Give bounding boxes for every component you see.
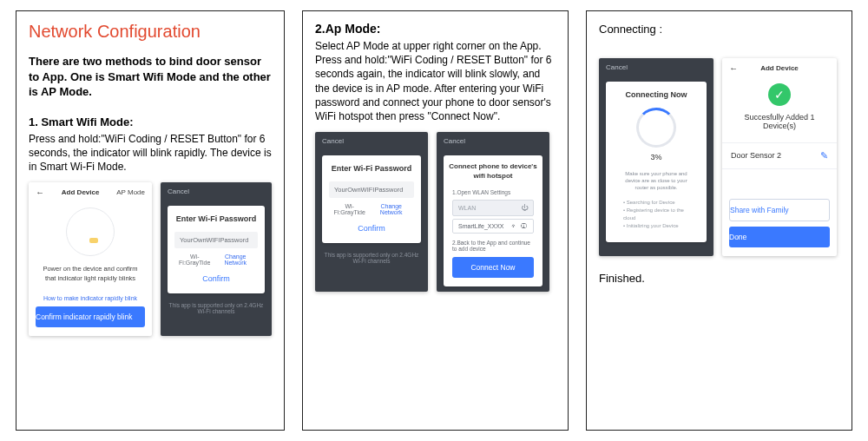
screen-title: Add Device: [760, 64, 799, 72]
cancel-link[interactable]: Cancel: [444, 137, 465, 145]
wifi-ssid-label: Wi-Fi:GrayTide: [175, 253, 214, 266]
intro-text: There are two methods to bind door senso…: [29, 54, 272, 100]
card-title: Connecting Now: [609, 90, 703, 99]
card-title: Enter Wi-Fi Password: [329, 164, 414, 173]
step1-label: 1.Open WLAN Settings: [447, 189, 539, 197]
screenshot-hotspot: Cancel Connect phone to device's wifi ho…: [437, 132, 549, 292]
screenshot-enter-password: Cancel Enter Wi-Fi Password YourOwnWIFIP…: [161, 182, 272, 336]
status-item: Searching for Device: [627, 200, 675, 205]
wlan-label: WLAN: [458, 205, 476, 211]
progress-spinner: [636, 108, 676, 148]
section-heading: Connecting :: [599, 22, 839, 37]
back-icon[interactable]: ←: [36, 188, 44, 197]
section-heading: 1. Smart Wifi Mode:: [29, 115, 272, 128]
panel-smart-wifi: Network Configuration There are two meth…: [16, 10, 285, 431]
done-button[interactable]: Done: [729, 227, 830, 247]
footnote: This app is supported only on 2.4GHz Wi-…: [161, 299, 272, 323]
hotspot-card: Connect phone to device's wifi hotspot 1…: [444, 155, 542, 286]
confirm-link[interactable]: Confirm: [174, 271, 258, 285]
screenshot-success: ← Add Device ✓ Succesfully Added 1 Devic…: [722, 58, 837, 256]
password-card: Enter Wi-Fi Password YourOwnWIFIPassword…: [168, 206, 265, 293]
page-title: Network Configuration: [29, 22, 272, 42]
card-title: Connect phone to device's wifi hotspot: [447, 162, 539, 181]
finished-label: Finished.: [599, 272, 839, 285]
share-button[interactable]: Share with Family: [729, 199, 830, 221]
device-name: Door Sensor 2: [731, 151, 781, 160]
section-body: Press and hold:"WiFi Coding / RESET Butt…: [29, 132, 272, 174]
success-message: Succesfully Added 1 Device(s): [722, 113, 837, 130]
progress-percent: 3%: [609, 153, 703, 161]
help-link[interactable]: How to make indicator rapidly blink: [29, 295, 152, 301]
card-title: Enter Wi-Fi Password: [174, 214, 258, 223]
toggle-icon: ⏻: [521, 204, 528, 212]
hotspot-ssid: SmartLife_XXXX: [458, 223, 504, 229]
success-check-icon: ✓: [768, 83, 791, 106]
screenshot-add-device: ← Add Device AP Mode Power on the device…: [29, 182, 152, 336]
change-network-link[interactable]: Change Network: [369, 203, 413, 215]
connecting-card: Connecting Now 3% Make sure your phone a…: [606, 82, 707, 242]
confirm-link[interactable]: Confirm: [329, 220, 414, 234]
back-icon[interactable]: ←: [729, 63, 738, 73]
edit-icon[interactable]: ✎: [820, 150, 828, 161]
panel-ap-mode: 2.Ap Mode: Select AP Mode at upper right…: [302, 10, 569, 431]
hotspot-row[interactable]: SmartLife_XXXX ᯤ ⓘ: [452, 219, 534, 234]
screenshot-enter-password-ap: Cancel Enter Wi-Fi Password YourOwnWIFIP…: [315, 132, 428, 292]
wifi-ssid-label: Wi-Fi:GrayTide: [330, 203, 369, 215]
wifi-password-input[interactable]: YourOwnWIFIPassword: [329, 181, 414, 198]
section-heading: 2.Ap Mode:: [315, 22, 556, 36]
cancel-link[interactable]: Cancel: [606, 63, 628, 71]
status-item: Initializing your Device: [627, 223, 679, 228]
hint-text: Make sure your phone and device are as c…: [609, 170, 703, 199]
status-item: Registering device to the cloud: [623, 207, 684, 220]
cancel-link[interactable]: Cancel: [322, 137, 344, 145]
section-body: Select AP Mode at upper right corner on …: [315, 39, 556, 123]
instruction-line2: that indicator light rapidly blinks: [29, 274, 152, 284]
password-card: Enter Wi-Fi Password YourOwnWIFIPassword…: [322, 155, 421, 243]
screenshot-connecting: Cancel Connecting Now 3% Make sure your …: [599, 58, 713, 256]
footnote: This app is supported only on 2.4GHz Wi-…: [315, 248, 428, 273]
step2-label: 2.Back to the App and continue to add de…: [447, 236, 539, 252]
connect-now-button[interactable]: Connect Now: [452, 257, 534, 278]
wlan-row[interactable]: WLAN⏻: [452, 200, 534, 216]
device-indicator-graphic: [66, 207, 115, 256]
confirm-indicator-button[interactable]: Confirm indicator rapidly blink: [36, 306, 145, 327]
wifi-password-input[interactable]: YourOwnWIFIPassword: [174, 232, 258, 248]
screen-title: Add Device: [62, 188, 100, 196]
cancel-link[interactable]: Cancel: [168, 188, 189, 195]
device-row[interactable]: Door Sensor 2 ✎: [722, 142, 837, 169]
check-glyph: ✓: [774, 88, 785, 102]
mode-link[interactable]: AP Mode: [116, 188, 145, 196]
panel-connecting: Connecting : Cancel Connecting Now 3% Ma…: [586, 10, 852, 431]
status-list: • Searching for Device • Registering dev…: [609, 199, 703, 239]
wifi-icon: ᯤ ⓘ: [511, 223, 528, 229]
instruction-line1: Power on the device and confirm: [29, 265, 152, 274]
change-network-link[interactable]: Change Network: [214, 253, 257, 266]
